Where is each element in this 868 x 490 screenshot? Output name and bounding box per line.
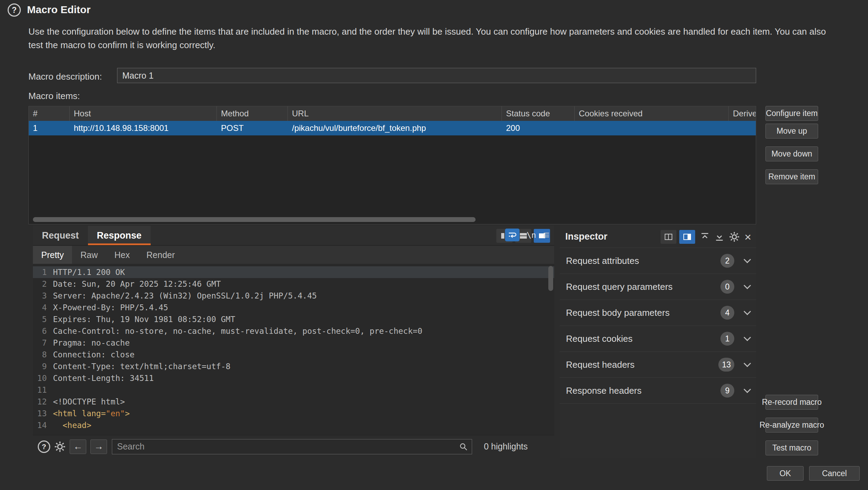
chevron-down-icon[interactable] [744,308,751,315]
menu-icon[interactable]: ≡ [543,230,549,240]
line-number: 8 [33,349,53,360]
items-table-body: 1http://10.148.98.158:8001POST/pikachu/v… [29,121,756,135]
macro-description-input[interactable] [117,68,756,83]
inspector-section[interactable]: Request headers13 [560,352,756,378]
column-header[interactable]: Method [217,106,288,121]
highlights-count: 0 highlights [484,442,528,452]
inspector-layout-columns-icon[interactable] [661,230,676,244]
horizontal-scrollbar[interactable] [33,217,476,222]
column-header[interactable]: URL [288,106,502,121]
column-header[interactable]: # [29,106,70,121]
search-icon[interactable] [459,442,468,453]
macro-items-table: #HostMethodURLStatus codeCookies receive… [28,106,756,224]
line-text: <!DOCTYPE html> [53,396,125,408]
code-area: 1HTTP/1.1 200 OK2Date: Sun, 20 Apr 2025 … [33,265,554,435]
count-badge: 13 [718,358,734,372]
line-number: 1 [33,266,53,278]
inspector-header: Inspector × [560,226,756,248]
chevron-down-icon[interactable] [744,256,751,263]
editor-subtabs: PrettyRawHexRender [33,246,554,264]
count-badge: 1 [720,332,734,346]
previous-match-button[interactable]: ← [70,439,86,454]
column-header[interactable]: Derive [729,106,756,121]
table-cell [729,121,733,135]
code-line[interactable]: 14 <head> [33,419,554,431]
tab-response[interactable]: Response [88,226,151,245]
subtab-hex[interactable]: Hex [106,246,138,264]
code-line[interactable]: 3Server: Apache/2.4.23 (Win32) OpenSSL/1… [33,290,554,302]
search-input[interactable] [112,439,472,454]
tab-request[interactable]: Request [33,226,88,245]
code-line[interactable]: 4X-Powered-By: PHP/5.4.45 [33,302,554,313]
help-icon[interactable]: ? [8,3,21,17]
code-line[interactable]: 6Cache-Control: no-store, no-cache, must… [33,325,554,337]
expand-all-icon[interactable] [715,232,724,242]
inspector-section-label: Request headers [566,359,718,370]
move-down-button[interactable]: Move down [765,146,818,161]
table-cell: http://10.148.98.158:8001 [70,121,217,135]
subtab-render[interactable]: Render [138,246,183,264]
code-line[interactable]: 12<!DOCTYPE html> [33,396,554,408]
move-up-button[interactable]: Move up [765,124,818,139]
line-number: 13 [33,408,53,419]
test-macro-button[interactable]: Test macro [765,440,818,455]
code-line[interactable]: 5Expires: Thu, 19 Nov 1981 08:52:00 GMT [33,313,554,325]
reanalyze-macro-button[interactable]: Re-analyze macro [765,418,818,433]
gear-icon[interactable] [729,232,739,242]
column-header[interactable]: Host [70,106,217,121]
column-header[interactable]: Status code [502,106,575,121]
code-line[interactable]: 13<html lang="en"> [33,408,554,419]
close-icon[interactable]: × [744,231,751,243]
code-line[interactable]: 8Connection: close [33,349,554,360]
ok-button[interactable]: OK [767,466,804,481]
inspector-sections: Request attributes2Request query paramet… [560,248,756,404]
subtab-raw[interactable]: Raw [72,246,106,264]
inspector-section-label: Request attributes [566,256,720,266]
table-cell: 1 [29,121,70,135]
code-line[interactable]: 1HTTP/1.1 200 OK [33,266,554,278]
line-text: Cache-Control: no-store, no-cache, must-… [53,325,422,337]
column-header[interactable]: Cookies received [575,106,729,121]
inspector-section[interactable]: Request attributes2 [560,248,756,274]
line-number: 2 [33,278,53,290]
vertical-scrollbar[interactable] [548,266,553,291]
line-text: Server: Apache/2.4.23 (Win32) OpenSSL/1.… [53,290,317,302]
line-number: 9 [33,360,53,372]
configure-item-button[interactable]: Configure item [765,106,818,121]
code-line[interactable]: 7Pragma: no-cache [33,337,554,349]
code-line[interactable]: 10Content-Length: 34511 [33,372,554,384]
line-number: 11 [33,384,53,396]
code-line[interactable]: 2Date: Sun, 20 Apr 2025 12:25:46 GMT [33,278,554,290]
remove-item-button[interactable]: Remove item [765,169,818,184]
inspector-section[interactable]: Request query parameters0 [560,274,756,300]
chevron-down-icon[interactable] [744,385,751,393]
inspector-section[interactable]: Request body parameters4 [560,300,756,326]
inspector-section-label: Request query parameters [566,282,720,292]
line-text: <head> [53,419,91,431]
inspector-section[interactable]: Request cookies1 [560,326,756,352]
editor-bottom-bar: ? ← → 0 highlights [33,435,554,458]
count-badge: 4 [720,306,734,320]
subtab-pretty[interactable]: Pretty [33,246,72,264]
code-line[interactable]: 11 [33,384,554,396]
gear-icon[interactable] [54,441,65,452]
chevron-down-icon[interactable] [744,359,751,367]
collapse-all-icon[interactable] [700,232,710,242]
wrap-text-icon[interactable] [505,229,520,241]
help-icon[interactable]: ? [38,440,50,453]
chevron-down-icon[interactable] [744,333,751,341]
inspector-dock-right-icon[interactable] [679,230,695,244]
chevron-down-icon[interactable] [744,282,751,289]
line-number: 14 [33,419,53,431]
code-line[interactable]: 9Content-Type: text/html;charset=utf-8 [33,360,554,372]
next-match-button[interactable]: → [90,439,107,454]
count-badge: 9 [720,384,734,398]
line-number: 3 [33,290,53,302]
line-number: 12 [33,396,53,408]
inspector-section[interactable]: Response headers9 [560,378,756,404]
table-row[interactable]: 1http://10.148.98.158:8001POST/pikachu/v… [29,121,756,135]
newline-icon[interactable]: \n [526,231,536,240]
cancel-button[interactable]: Cancel [809,466,860,481]
rerecord-macro-button[interactable]: Re-record macro [765,395,818,410]
search-field [112,439,472,454]
